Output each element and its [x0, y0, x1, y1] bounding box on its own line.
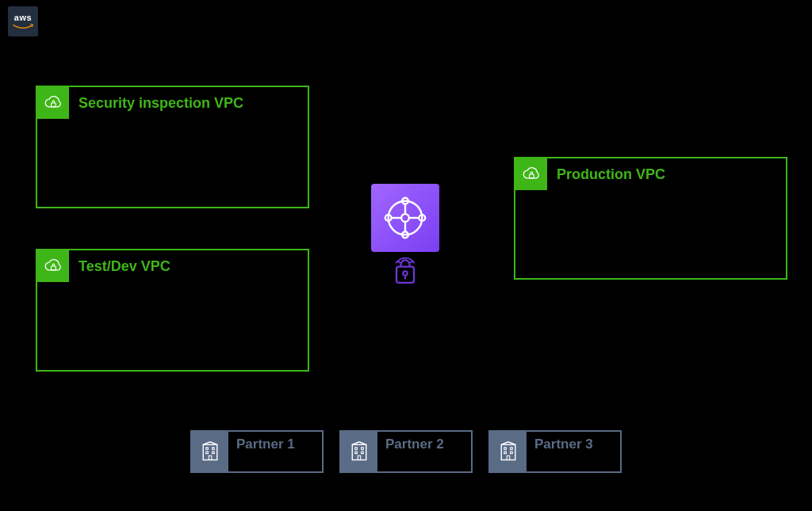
svg-rect-1 — [52, 266, 56, 270]
svg-rect-32 — [501, 444, 515, 460]
vpc-test-dev: Test/Dev VPC — [36, 249, 309, 372]
partner-3-box: Partner 3 — [488, 430, 622, 473]
aws-smile-icon — [12, 23, 34, 31]
svg-rect-19 — [206, 448, 209, 450]
svg-rect-21 — [206, 452, 209, 454]
vpc-header: Production VPC — [515, 158, 665, 190]
aws-logo-text: aws — [14, 13, 32, 22]
svg-rect-20 — [213, 448, 215, 450]
svg-rect-2 — [530, 174, 534, 178]
vpc-header: Security inspection VPC — [37, 87, 243, 119]
building-icon — [490, 432, 527, 471]
cloud-lock-icon — [37, 250, 69, 282]
vpc-title: Test/Dev VPC — [79, 258, 170, 275]
partner-label: Partner 1 — [236, 437, 295, 452]
building-icon — [192, 432, 228, 471]
transit-gateway-icon — [371, 184, 439, 252]
svg-rect-28 — [362, 448, 364, 450]
svg-rect-38 — [511, 452, 513, 454]
svg-rect-29 — [355, 452, 358, 454]
vpc-title: Security inspection VPC — [79, 95, 243, 112]
vpc-title: Production VPC — [557, 166, 665, 183]
partner-label: Partner 2 — [385, 437, 444, 452]
svg-point-4 — [401, 214, 409, 222]
cloud-lock-icon — [515, 158, 547, 190]
svg-point-14 — [403, 271, 408, 276]
partner-1-box: Partner 1 — [190, 430, 324, 473]
vpc-security-inspection: Security inspection VPC — [36, 86, 309, 208]
cloud-lock-icon — [37, 87, 69, 119]
aws-logo: aws — [8, 6, 38, 36]
vpc-production: Production VPC — [514, 157, 787, 280]
svg-rect-35 — [504, 448, 507, 450]
encryption-lock-icon — [386, 254, 424, 292]
svg-rect-37 — [504, 452, 507, 454]
building-icon — [341, 432, 377, 471]
svg-rect-22 — [213, 452, 215, 454]
svg-rect-31 — [358, 456, 361, 460]
svg-rect-0 — [52, 103, 56, 107]
svg-rect-36 — [511, 448, 513, 450]
partner-label: Partner 3 — [534, 437, 593, 452]
vpc-header: Test/Dev VPC — [37, 250, 170, 282]
svg-rect-39 — [507, 456, 510, 460]
svg-rect-24 — [352, 444, 366, 460]
svg-rect-30 — [362, 452, 364, 454]
svg-rect-16 — [203, 444, 217, 460]
partner-2-box: Partner 2 — [339, 430, 473, 473]
svg-rect-23 — [209, 456, 212, 460]
svg-rect-27 — [355, 448, 358, 450]
